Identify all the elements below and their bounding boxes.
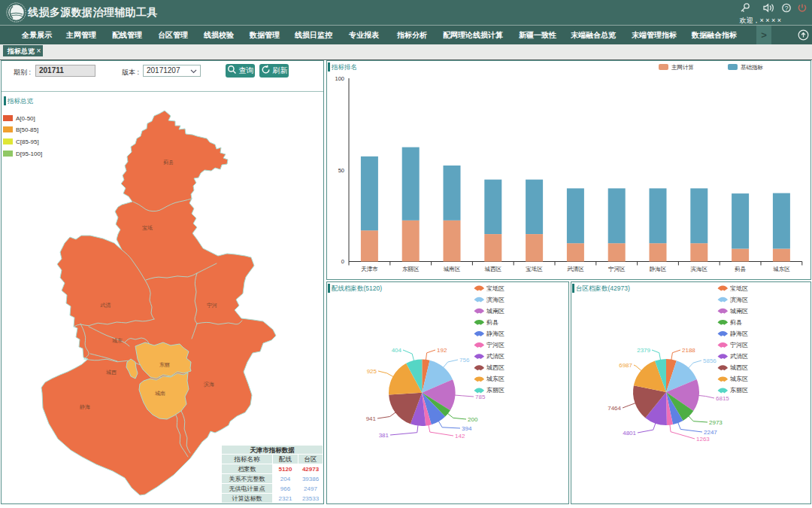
svg-text:394: 394: [462, 425, 472, 432]
svg-text:武清区: 武清区: [730, 353, 748, 360]
svg-text:滨海区: 滨海区: [730, 297, 748, 303]
svg-text:城南区: 城南区: [729, 308, 748, 315]
svg-text:2188: 2188: [682, 347, 695, 354]
svg-text:东丽区: 东丽区: [730, 387, 748, 394]
svg-text:941: 941: [366, 415, 377, 422]
svg-text:2973: 2973: [709, 419, 723, 426]
svg-text:东丽区: 东丽区: [486, 387, 504, 394]
svg-text:5856: 5856: [703, 357, 717, 364]
svg-text:7464: 7464: [607, 405, 621, 412]
svg-text:蓟县: 蓟县: [486, 319, 498, 326]
svg-text:785: 785: [475, 394, 486, 400]
svg-text:6987: 6987: [619, 362, 632, 369]
svg-text:925: 925: [367, 368, 377, 375]
svg-text:381: 381: [379, 432, 389, 439]
svg-text:宁河区: 宁河区: [730, 342, 748, 348]
svg-text:城西区: 城西区: [486, 364, 504, 371]
svg-text:6815: 6815: [716, 395, 729, 402]
svg-text:滨海区: 滨海区: [486, 297, 504, 303]
svg-text:200: 200: [468, 416, 478, 423]
svg-text:宝坻区: 宝坻区: [486, 285, 504, 292]
svg-text:756: 756: [459, 357, 470, 364]
svg-text:城东区: 城东区: [486, 376, 504, 382]
svg-text:2247: 2247: [704, 429, 717, 436]
svg-text:武清区: 武清区: [486, 353, 504, 360]
svg-text:宁河区: 宁河区: [486, 342, 504, 348]
svg-text:静海区: 静海区: [730, 330, 748, 337]
svg-text:404: 404: [392, 347, 402, 354]
svg-text:1263: 1263: [696, 436, 710, 443]
svg-text:静海区: 静海区: [486, 330, 504, 337]
svg-text:宝坻区: 宝坻区: [730, 285, 748, 292]
svg-text:蓟县: 蓟县: [730, 319, 742, 326]
svg-text:城南区: 城南区: [486, 308, 504, 315]
svg-text:城东区: 城东区: [729, 376, 748, 382]
svg-text:192: 192: [437, 347, 447, 354]
svg-text:城西区: 城西区: [729, 364, 748, 371]
svg-text:4801: 4801: [623, 430, 636, 437]
svg-text:2379: 2379: [637, 347, 650, 354]
svg-text:142: 142: [455, 433, 465, 440]
